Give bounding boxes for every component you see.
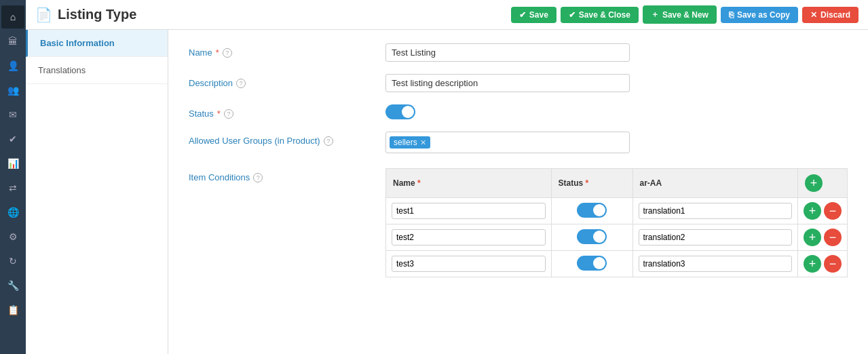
row-actions-cell: + − xyxy=(798,198,848,224)
row-toggle-thumb xyxy=(593,231,605,243)
status-label: Status * ? xyxy=(189,104,385,119)
sidebar-icon-check[interactable]: ✔ xyxy=(1,127,24,151)
col-add-header: + xyxy=(798,169,848,198)
sidebar-icon-building[interactable]: 🏛 xyxy=(1,30,24,53)
name-help-icon[interactable]: ? xyxy=(223,48,232,58)
row-actions: + − xyxy=(804,229,842,246)
status-row: Status * ? xyxy=(189,104,848,119)
remove-row-button[interactable]: − xyxy=(824,202,842,220)
name-row: Name * ? xyxy=(189,43,848,62)
item-conditions-control: Name * Status * ar-AA xyxy=(385,165,848,277)
row-toggle-track[interactable] xyxy=(577,229,607,244)
sidebar-icon-globe[interactable]: 🌐 xyxy=(1,201,24,224)
page-title-text: Listing Type xyxy=(58,7,136,22)
row-toggle-thumb xyxy=(593,257,605,269)
description-row: Description ? xyxy=(189,74,848,92)
row-name-input[interactable] xyxy=(392,203,546,219)
sidebar-icon-mail[interactable]: ✉ xyxy=(1,103,24,126)
toolbar-actions: ✔ Save ✔ Save & Close ＋ Save & New ⎘ Sav… xyxy=(511,5,858,24)
nav-basic-info-label: Basic Information xyxy=(40,38,115,48)
row-status-toggle[interactable] xyxy=(577,203,607,218)
row-translation-input[interactable] xyxy=(639,203,793,219)
save-copy-icon: ⎘ xyxy=(729,10,734,20)
remove-row-button[interactable]: − xyxy=(824,255,842,273)
sidebar-icon-chart[interactable]: 📊 xyxy=(1,152,24,175)
content-wrapper: Basic Information Translations Name * ? xyxy=(26,30,868,354)
sidebar-icon-refresh[interactable]: ↻ xyxy=(1,250,24,273)
table-row: + − xyxy=(386,198,848,224)
save-close-check-icon: ✔ xyxy=(569,10,575,20)
save-button[interactable]: ✔ Save xyxy=(511,7,556,23)
save-new-label: Save & New xyxy=(662,10,709,20)
table-row: + − xyxy=(386,251,848,277)
row-status-toggle[interactable] xyxy=(577,229,607,244)
row-actions: + − xyxy=(804,255,842,273)
row-translation-input[interactable] xyxy=(639,256,793,272)
name-required-star: * xyxy=(216,47,219,58)
col-status-header: Status * xyxy=(551,169,633,198)
name-control xyxy=(385,43,630,62)
add-row-button[interactable]: + xyxy=(804,202,821,220)
add-row-button[interactable]: + xyxy=(804,229,821,246)
add-row-header-button[interactable]: + xyxy=(805,174,823,192)
row-toggle-track[interactable] xyxy=(577,256,607,271)
row-actions-cell: + − xyxy=(798,251,848,277)
form-area: Name * ? Description ? xyxy=(168,30,868,354)
description-control xyxy=(385,74,630,92)
save-new-plus-icon: ＋ xyxy=(651,9,659,20)
sidebar-icon-group[interactable]: 👥 xyxy=(1,79,24,102)
sidebar-icon-home[interactable]: ⌂ xyxy=(1,5,24,28)
tag-sellers-label: sellers xyxy=(394,138,417,147)
save-copy-button[interactable]: ⎘ Save as Copy xyxy=(721,7,798,23)
row-name-cell xyxy=(386,224,552,251)
row-status-cell xyxy=(551,224,633,251)
item-conditions-help-icon[interactable]: ? xyxy=(253,173,263,182)
tag-sellers-remove[interactable]: ✕ xyxy=(420,138,426,147)
status-toggle-track[interactable] xyxy=(385,104,415,119)
sidebar-icon-settings[interactable]: ⚙ xyxy=(1,225,24,248)
save-label: Save xyxy=(529,10,548,20)
row-actions-cell: + − xyxy=(798,224,848,251)
row-translation-cell xyxy=(633,224,798,251)
status-toggle[interactable] xyxy=(385,104,415,119)
tag-sellers: sellers ✕ xyxy=(390,136,430,149)
status-help-icon[interactable]: ? xyxy=(224,109,233,119)
item-conditions-row: Item Conditions ? Name * St xyxy=(189,165,848,277)
nav-item-translations[interactable]: Translations xyxy=(26,57,168,84)
status-required-star: * xyxy=(217,109,221,119)
row-translation-cell xyxy=(633,251,798,277)
sidebar-icon-transfer[interactable]: ⇄ xyxy=(1,176,24,199)
col-name-header: Name * xyxy=(386,169,552,198)
description-label: Description ? xyxy=(189,74,385,88)
sidebar-icon-users[interactable]: 👤 xyxy=(1,54,24,77)
table-row: + − xyxy=(386,224,848,251)
page-doc-icon: 📄 xyxy=(35,7,52,23)
sidebar-icon-wrench[interactable]: 🔧 xyxy=(1,274,24,297)
col-translation-header: ar-AA xyxy=(633,169,798,198)
user-groups-help-icon[interactable]: ? xyxy=(324,136,333,146)
save-close-button[interactable]: ✔ Save & Close xyxy=(561,7,639,23)
nav-translations-label: Translations xyxy=(38,65,86,75)
description-help-icon[interactable]: ? xyxy=(236,79,246,88)
remove-row-button[interactable]: − xyxy=(824,229,842,246)
discard-button[interactable]: ✕ Discard xyxy=(802,7,858,23)
name-label: Name * ? xyxy=(189,43,385,58)
sidebar-icon-document[interactable]: 📋 xyxy=(1,298,24,321)
save-new-button[interactable]: ＋ Save & New xyxy=(643,5,717,24)
row-status-toggle[interactable] xyxy=(577,256,607,271)
add-row-button[interactable]: + xyxy=(804,255,821,273)
row-actions: + − xyxy=(804,202,842,220)
row-name-input[interactable] xyxy=(392,256,546,272)
row-toggle-track[interactable] xyxy=(577,203,607,218)
nav-item-basic-information[interactable]: Basic Information xyxy=(26,30,168,57)
description-input[interactable] xyxy=(385,74,630,92)
status-control xyxy=(385,104,630,119)
name-input[interactable] xyxy=(385,43,630,62)
row-status-cell xyxy=(551,198,633,224)
tag-input-area[interactable]: sellers ✕ xyxy=(385,132,630,153)
row-name-input[interactable] xyxy=(392,229,546,245)
row-translation-input[interactable] xyxy=(639,229,793,245)
nav-panel: Basic Information Translations xyxy=(26,30,168,354)
save-copy-label: Save as Copy xyxy=(737,10,790,20)
page-title: 📄 Listing Type xyxy=(35,7,136,23)
